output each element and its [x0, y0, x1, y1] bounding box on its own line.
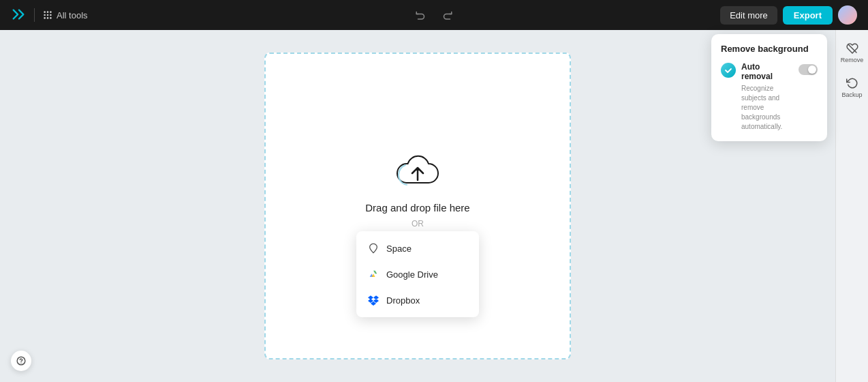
- navbar: All tools Edit more Export: [0, 0, 868, 30]
- auto-removal-toggle[interactable]: [799, 64, 818, 75]
- redo-button[interactable]: [438, 6, 456, 24]
- remove-bg-panel: Remove background Auto removal Recognize…: [711, 34, 827, 141]
- space-icon: [367, 242, 379, 254]
- svg-point-6: [44, 17, 46, 19]
- svg-point-3: [44, 14, 46, 16]
- upload-cloud-icon: [396, 154, 439, 194]
- avatar-image: [838, 5, 857, 25]
- svg-point-5: [50, 14, 52, 16]
- export-button[interactable]: Export: [783, 6, 833, 25]
- auto-removal-desc: Recognize subjects and remove background…: [741, 84, 793, 132]
- svg-point-4: [47, 14, 49, 16]
- dropdown-item-space[interactable]: Space: [356, 235, 479, 261]
- svg-point-0: [44, 11, 46, 13]
- undo-redo-group: [412, 6, 456, 24]
- sidebar-item-backup[interactable]: Backup: [839, 73, 866, 102]
- svg-point-8: [50, 17, 52, 19]
- upload-canvas: Drag and drop file here OR Upload ··· Sp…: [264, 53, 571, 359]
- edit-more-button[interactable]: Edit more: [720, 6, 777, 25]
- space-label: Space: [386, 244, 412, 254]
- dropbox-label: Dropbox: [386, 295, 420, 306]
- panel-title: Remove background: [721, 44, 818, 54]
- nav-divider: [34, 8, 35, 22]
- upload-dropdown: Space Google Drive Dropb: [356, 231, 479, 317]
- svg-point-2: [50, 11, 52, 13]
- remove-label: Remove: [841, 57, 864, 63]
- dropdown-item-googledrive[interactable]: Google Drive: [356, 261, 479, 287]
- auto-removal-title: Auto removal: [741, 62, 793, 81]
- navbar-right: Edit more Export: [720, 5, 857, 25]
- backup-label: Backup: [841, 91, 862, 98]
- all-tools-label[interactable]: All tools: [43, 10, 88, 20]
- right-sidebar: Remove Backup: [835, 30, 868, 382]
- panel-content: Auto removal Recognize subjects and remo…: [741, 62, 793, 132]
- svg-point-1: [47, 11, 49, 13]
- googledrive-label: Google Drive: [386, 269, 438, 280]
- help-icon-button[interactable]: [11, 351, 31, 371]
- panel-auto-row: Auto removal Recognize subjects and remo…: [721, 62, 818, 132]
- check-icon: [721, 63, 736, 78]
- googledrive-icon: [367, 268, 379, 280]
- dropdown-item-dropbox[interactable]: Dropbox: [356, 287, 479, 313]
- svg-point-7: [47, 17, 49, 19]
- canvas-area: Drag and drop file here OR Upload ··· Sp…: [0, 30, 835, 382]
- drag-drop-text: Drag and drop file here: [365, 202, 469, 214]
- avatar[interactable]: [838, 5, 857, 25]
- sidebar-item-remove[interactable]: Remove: [839, 38, 866, 68]
- undo-button[interactable]: [412, 6, 430, 24]
- or-text: OR: [412, 219, 424, 229]
- dropbox-icon: [367, 294, 379, 306]
- logo: [11, 8, 26, 23]
